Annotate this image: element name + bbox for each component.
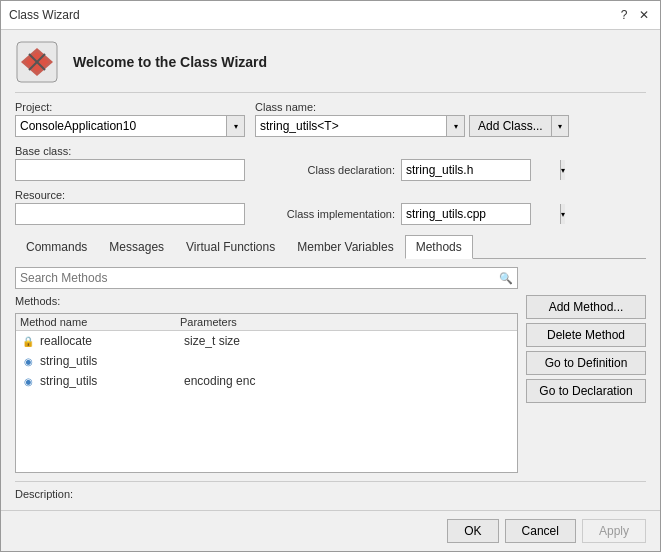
help-button[interactable]: ? bbox=[616, 7, 632, 23]
resource-impl-row: Resource: Class implementation: ▾ bbox=[15, 189, 646, 225]
method-params: encoding enc bbox=[180, 374, 513, 388]
class-decl-dropdown-btn[interactable]: ▾ bbox=[560, 160, 565, 180]
method-name: string_utils bbox=[40, 374, 97, 388]
left-panel: 🔍 Methods: Method name Parameters 🔒 real… bbox=[15, 267, 518, 473]
tab-member-variables[interactable]: Member Variables bbox=[286, 235, 404, 259]
method-name: string_utils bbox=[40, 354, 97, 368]
col-header-params: Parameters bbox=[180, 316, 513, 328]
decl-impl-group: Class declaration: ▾ bbox=[265, 159, 531, 181]
resource-label: Resource: bbox=[15, 189, 245, 201]
project-group: Project: ▾ bbox=[15, 101, 245, 137]
classname-group: Class name: ▾ Add Class... ▾ bbox=[255, 101, 569, 137]
impl-group: Class implementation: ▾ bbox=[265, 203, 531, 225]
apply-button[interactable]: Apply bbox=[582, 519, 646, 543]
base-decl-row: Base class: Class declaration: ▾ bbox=[15, 145, 646, 181]
table-row[interactable]: ◉ string_utils bbox=[16, 351, 517, 371]
close-button[interactable]: ✕ bbox=[636, 7, 652, 23]
project-input[interactable] bbox=[16, 116, 226, 136]
base-class-group: Base class: bbox=[15, 145, 245, 181]
resource-group: Resource: bbox=[15, 189, 245, 225]
search-box[interactable]: 🔍 bbox=[15, 267, 518, 289]
classname-combo[interactable]: ▾ bbox=[255, 115, 465, 137]
class-decl-input[interactable] bbox=[402, 160, 560, 180]
right-panel: Add Method... Delete Method Go to Defini… bbox=[526, 267, 646, 473]
tab-virtual-functions[interactable]: Virtual Functions bbox=[175, 235, 286, 259]
welcome-title: Welcome to the Class Wizard bbox=[73, 54, 267, 70]
class-wizard-dialog: Class Wizard ? ✕ Welcome to the Class Wi… bbox=[0, 0, 661, 552]
table-row[interactable]: ◉ string_utils encoding enc bbox=[16, 371, 517, 391]
base-class-input[interactable] bbox=[15, 159, 245, 181]
method-params: size_t size bbox=[180, 334, 513, 348]
method-icon-public: ◉ bbox=[20, 353, 36, 369]
method-name-cell: ◉ string_utils bbox=[20, 353, 180, 369]
class-impl-combo[interactable]: ▾ bbox=[401, 203, 531, 225]
cancel-button[interactable]: Cancel bbox=[505, 519, 576, 543]
go-to-declaration-button[interactable]: Go to Declaration bbox=[526, 379, 646, 403]
delete-method-button[interactable]: Delete Method bbox=[526, 323, 646, 347]
project-class-row: Project: ▾ Class name: ▾ Add Class... ▾ bbox=[15, 101, 646, 137]
search-input[interactable] bbox=[20, 271, 499, 285]
method-name-cell: 🔒 reallocate bbox=[20, 333, 180, 349]
col-header-method: Method name bbox=[20, 316, 180, 328]
methods-label: Methods: bbox=[15, 295, 518, 307]
tab-commands[interactable]: Commands bbox=[15, 235, 98, 259]
title-bar: Class Wizard ? ✕ bbox=[1, 1, 660, 30]
classname-label: Class name: bbox=[255, 101, 569, 113]
base-class-label: Base class: bbox=[15, 145, 245, 157]
class-impl-input[interactable] bbox=[402, 204, 560, 224]
main-area: 🔍 Methods: Method name Parameters 🔒 real… bbox=[15, 267, 646, 473]
method-icon-public: ◉ bbox=[20, 373, 36, 389]
ok-button[interactable]: OK bbox=[447, 519, 498, 543]
project-label: Project: bbox=[15, 101, 245, 113]
resource-input[interactable] bbox=[15, 203, 245, 225]
search-icon: 🔍 bbox=[499, 272, 513, 285]
method-name-cell: ◉ string_utils bbox=[20, 373, 180, 389]
wizard-icon bbox=[15, 40, 59, 84]
add-class-dropdown-btn[interactable]: ▾ bbox=[551, 115, 569, 137]
title-bar-left: Class Wizard bbox=[9, 8, 80, 22]
go-to-definition-button[interactable]: Go to Definition bbox=[526, 351, 646, 375]
title-bar-label: Class Wizard bbox=[9, 8, 80, 22]
footer-buttons: OK Cancel Apply bbox=[1, 510, 660, 551]
add-class-button-group: Add Class... ▾ bbox=[469, 115, 569, 137]
welcome-header: Welcome to the Class Wizard bbox=[15, 40, 646, 93]
add-method-button[interactable]: Add Method... bbox=[526, 295, 646, 319]
add-class-button[interactable]: Add Class... bbox=[469, 115, 551, 137]
tab-messages[interactable]: Messages bbox=[98, 235, 175, 259]
project-combo[interactable]: ▾ bbox=[15, 115, 245, 137]
project-dropdown-btn[interactable]: ▾ bbox=[226, 116, 244, 136]
class-decl-combo[interactable]: ▾ bbox=[401, 159, 531, 181]
tabs-bar: Commands Messages Virtual Functions Memb… bbox=[15, 235, 646, 259]
table-header: Method name Parameters bbox=[16, 314, 517, 331]
class-impl-dropdown-btn[interactable]: ▾ bbox=[560, 204, 565, 224]
method-name: reallocate bbox=[40, 334, 92, 348]
class-impl-row: Class implementation: ▾ bbox=[265, 203, 531, 225]
methods-table[interactable]: Method name Parameters 🔒 reallocate size… bbox=[15, 313, 518, 473]
class-impl-label: Class implementation: bbox=[265, 208, 395, 220]
title-bar-controls: ? ✕ bbox=[616, 7, 652, 23]
class-decl-row: Class declaration: ▾ bbox=[265, 159, 531, 181]
classname-input[interactable] bbox=[256, 116, 446, 136]
tab-methods[interactable]: Methods bbox=[405, 235, 473, 259]
classname-dropdown-btn[interactable]: ▾ bbox=[446, 116, 464, 136]
description-label: Description: bbox=[15, 488, 73, 500]
method-icon-protected: 🔒 bbox=[20, 333, 36, 349]
dialog-content: Welcome to the Class Wizard Project: ▾ C… bbox=[1, 30, 660, 510]
class-decl-label: Class declaration: bbox=[265, 164, 395, 176]
description-section: Description: bbox=[15, 481, 646, 500]
table-row[interactable]: 🔒 reallocate size_t size bbox=[16, 331, 517, 351]
